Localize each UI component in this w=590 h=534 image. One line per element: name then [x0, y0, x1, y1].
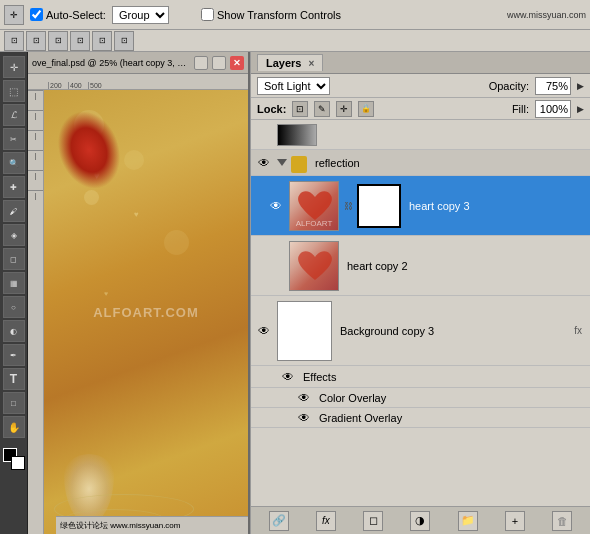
lock-image-icon[interactable]: ✎ — [314, 101, 330, 117]
new-layer-button[interactable]: + — [505, 511, 525, 531]
canvas-heart-deco3: ♥ — [104, 290, 108, 297]
layer-visibility-toggle[interactable] — [267, 257, 285, 275]
show-transform-group: Show Transform Controls — [201, 8, 341, 21]
move-tool-icon[interactable]: ✛ — [4, 5, 24, 25]
bokeh-4 — [164, 230, 189, 255]
layer-visibility-toggle[interactable] — [255, 126, 273, 144]
layers-tab-label: Layers — [266, 57, 301, 69]
group-name-label: reflection — [311, 157, 586, 169]
layers-tab[interactable]: Layers × — [257, 54, 323, 71]
new-group-button[interactable]: 📁 — [458, 511, 478, 531]
heart-svg2 — [290, 242, 338, 290]
align-left-icon[interactable]: ⊡ — [4, 31, 24, 51]
layers-panel: Layers × Soft Light Opacity: ▶ Lock: ⊡ ✎… — [250, 52, 590, 534]
layer-group-header[interactable]: 👁 reflection — [251, 150, 590, 176]
fill-label: Fill: — [512, 103, 529, 115]
blend-mode-select[interactable]: Soft Light — [257, 77, 330, 95]
gradient-tool[interactable]: ▦ — [3, 272, 25, 294]
align-top-icon[interactable]: ⊡ — [70, 31, 90, 51]
lasso-tool[interactable]: 𝓛 — [3, 104, 25, 126]
add-mask-button[interactable]: ◻ — [363, 511, 383, 531]
shape-tool[interactable]: □ — [3, 392, 25, 414]
window-minimize-button[interactable] — [194, 56, 208, 70]
hand-tool[interactable]: ✋ — [3, 416, 25, 438]
list-item[interactable]: 👁 Gradient Overlay — [251, 408, 590, 428]
auto-select-checkbox[interactable] — [30, 8, 43, 21]
effects-label: Effects — [303, 371, 336, 383]
heart-thumbnail-image: ALFOART — [290, 182, 338, 230]
effect-visibility-toggle[interactable]: 👁 — [295, 409, 313, 427]
layer-thumbnail — [277, 301, 332, 361]
align-center-v-icon[interactable]: ⊡ — [92, 31, 112, 51]
link-layers-button[interactable]: 🔗 — [269, 511, 289, 531]
align-center-h-icon[interactable]: ⊡ — [26, 31, 46, 51]
layers-bottom-bar: 🔗 fx ◻ ◑ 📁 + 🗑 — [251, 506, 590, 534]
brush-tool[interactable]: 🖌 — [3, 200, 25, 222]
effects-header[interactable]: 👁 Effects — [251, 366, 590, 388]
canvas-watermark: ALFOART.COM — [93, 305, 199, 320]
effect-visibility-toggle[interactable]: 👁 — [295, 389, 313, 407]
lock-row: Lock: ⊡ ✎ ✛ 🔒 Fill: ▶ — [251, 98, 590, 120]
fill-input[interactable] — [535, 100, 571, 118]
group-select[interactable]: Group — [112, 6, 169, 24]
opacity-input[interactable] — [535, 77, 571, 95]
ruler-vertical: | | | | | | — [28, 90, 44, 534]
website-label: www.missyuan.com — [507, 10, 586, 20]
move-tool[interactable]: ✛ — [3, 56, 25, 78]
show-transform-checkbox[interactable] — [201, 8, 214, 21]
text-tool[interactable]: T — [3, 368, 25, 390]
lock-pixels-icon[interactable]: ⊡ — [292, 101, 308, 117]
opacity-arrow[interactable]: ▶ — [577, 81, 584, 91]
pen-tool[interactable]: ✒ — [3, 344, 25, 366]
crop-tool[interactable]: ✂ — [3, 128, 25, 150]
document-window: ove_final.psd @ 25% (heart copy 3, Layer… — [28, 52, 248, 534]
layer-visibility-toggle[interactable]: 👁 — [267, 197, 285, 215]
bokeh-3 — [84, 190, 99, 205]
fx-icon[interactable]: fx — [574, 325, 582, 336]
selection-tool[interactable]: ⬚ — [3, 80, 25, 102]
list-item[interactable] — [251, 120, 590, 150]
fg-bg-colors[interactable] — [3, 448, 25, 470]
canvas-image[interactable]: ♥ ♥ ♥ ALFOART.COM — [44, 90, 248, 534]
align-right-icon[interactable]: ⊡ — [48, 31, 68, 51]
eraser-tool[interactable]: ◻ — [3, 248, 25, 270]
new-adjustment-button[interactable]: ◑ — [410, 511, 430, 531]
layers-tab-close[interactable]: × — [309, 58, 315, 69]
effects-visibility-toggle[interactable]: 👁 — [279, 368, 297, 386]
dodge-tool[interactable]: ◐ — [3, 320, 25, 342]
top-toolbar: ✛ Auto-Select: Group Show Transform Cont… — [0, 0, 590, 30]
align-bottom-icon[interactable]: ⊡ — [114, 31, 134, 51]
ruler-tick-400: 400 — [68, 82, 88, 89]
layer-name-label: heart copy 2 — [343, 260, 586, 272]
document-titlebar: ove_final.psd @ 25% (heart copy 3, Layer… — [28, 52, 248, 74]
eyedropper-tool[interactable]: 🔍 — [3, 152, 25, 174]
auto-select-label: Auto-Select: — [46, 9, 106, 21]
white-thumb-image — [278, 302, 331, 360]
tools-panel: ✛ ⬚ 𝓛 ✂ 🔍 ✚ 🖌 ◈ ◻ ▦ ○ ◐ ✒ T □ ✋ — [0, 52, 28, 534]
layer-visibility-toggle[interactable]: 👁 — [255, 322, 273, 340]
window-close-button[interactable]: ✕ — [230, 56, 244, 70]
list-item[interactable]: heart copy 2 — [251, 236, 590, 296]
blur-tool[interactable]: ○ — [3, 296, 25, 318]
list-item[interactable]: 👁 ALFOART ⛓ heart copy 3 — [251, 176, 590, 236]
clone-tool[interactable]: ◈ — [3, 224, 25, 246]
lock-all-icon[interactable]: 🔒 — [358, 101, 374, 117]
document-title: ove_final.psd @ 25% (heart copy 3, Layer… — [32, 58, 190, 68]
layer-mask-thumbnail[interactable] — [357, 184, 401, 228]
list-item[interactable]: 👁 Background copy 3 fx — [251, 296, 590, 366]
layers-panel-titlebar: Layers × — [251, 52, 590, 74]
secondary-toolbar: ⊡ ⊡ ⊡ ⊡ ⊡ ⊡ — [0, 30, 590, 52]
add-fx-button[interactable]: fx — [316, 511, 336, 531]
group-expand-arrow[interactable] — [277, 159, 287, 166]
ruler-tick-500: 500 — [88, 82, 108, 89]
lock-position-icon[interactable]: ✛ — [336, 101, 352, 117]
delete-layer-button[interactable]: 🗑 — [552, 511, 572, 531]
list-item[interactable]: 👁 Color Overlay — [251, 388, 590, 408]
ruler-horizontal: 200 400 500 — [28, 74, 248, 90]
ruler-tick-200: 200 — [48, 82, 68, 89]
healing-tool[interactable]: ✚ — [3, 176, 25, 198]
window-maximize-button[interactable] — [212, 56, 226, 70]
fill-arrow[interactable]: ▶ — [577, 104, 584, 114]
group-visibility-toggle[interactable]: 👁 — [255, 154, 273, 172]
heart-svg — [290, 182, 338, 230]
